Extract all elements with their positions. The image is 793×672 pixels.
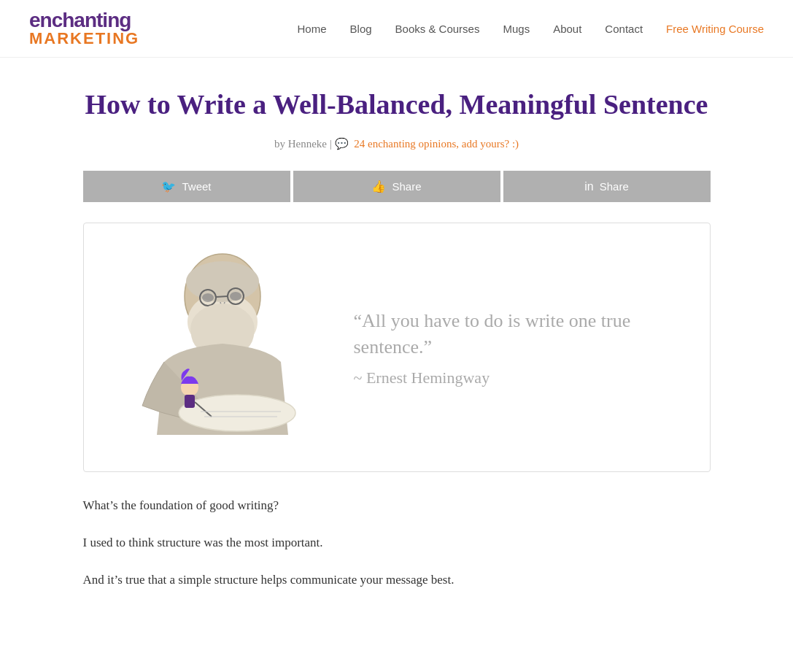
facebook-share-button[interactable]: 👍 Share xyxy=(293,171,500,202)
nav-books-courses[interactable]: Books & Courses xyxy=(395,23,480,35)
linkedin-icon: in xyxy=(584,180,593,193)
site-header: enchanting MARKETING Home Blog Books & C… xyxy=(0,0,793,58)
svg-point-4 xyxy=(230,292,241,301)
content-wrapper: How to Write a Well-Balanced, Meaningful… xyxy=(69,58,725,636)
featured-image: “All you have to do is write one true se… xyxy=(83,223,711,472)
svg-line-7 xyxy=(216,296,228,297)
nav-mugs[interactable]: Mugs xyxy=(503,23,530,35)
svg-point-3 xyxy=(202,293,214,302)
facebook-label: Share xyxy=(392,180,421,193)
svg-point-9 xyxy=(179,395,295,431)
hemingway-illustration xyxy=(120,245,325,449)
facebook-icon: 👍 xyxy=(371,179,386,193)
twitter-icon: 🐦 xyxy=(161,179,176,193)
meta-author: Henneke xyxy=(288,138,327,150)
quote-author: ~ Ernest Hemingway xyxy=(354,368,673,387)
article-title: How to Write a Well-Balanced, Meaningful… xyxy=(83,87,711,123)
linkedin-label: Share xyxy=(600,180,629,193)
site-logo[interactable]: enchanting MARKETING xyxy=(29,10,139,47)
comment-icon: 💬 xyxy=(335,138,349,150)
main-nav: Home Blog Books & Courses Mugs About Con… xyxy=(298,23,764,35)
body-paragraph-3: And it’s true that a simple structure he… xyxy=(83,570,711,591)
meta-by: by xyxy=(274,138,285,150)
body-paragraph-1: What’s the foundation of good writing? xyxy=(83,495,711,517)
nav-about[interactable]: About xyxy=(553,23,581,35)
logo-enchanting: enchanting xyxy=(29,10,139,31)
meta-separator: | xyxy=(330,138,335,150)
comments-link[interactable]: 24 enchanting opinions, add yours? :) xyxy=(354,138,519,150)
body-paragraph-2: I used to think structure was the most i… xyxy=(83,533,711,554)
logo-marketing: MARKETING xyxy=(29,31,139,47)
quote-text: “All you have to do is write one true se… xyxy=(354,308,673,361)
article-body: What’s the foundation of good writing? I… xyxy=(83,495,711,591)
nav-free-writing-course[interactable]: Free Writing Course xyxy=(666,23,764,35)
svg-rect-11 xyxy=(185,395,195,408)
nav-contact[interactable]: Contact xyxy=(605,23,643,35)
tweet-label: Tweet xyxy=(182,180,211,193)
quote-text-area: “All you have to do is write one true se… xyxy=(325,308,673,387)
nav-home[interactable]: Home xyxy=(298,23,327,35)
article-meta: by Henneke | 💬 24 enchanting opinions, a… xyxy=(83,137,711,150)
illustration-container: “All you have to do is write one true se… xyxy=(98,238,695,457)
nav-blog[interactable]: Blog xyxy=(350,23,372,35)
share-buttons: 🐦 Tweet 👍 Share in Share xyxy=(83,171,711,202)
tweet-button[interactable]: 🐦 Tweet xyxy=(83,171,290,202)
linkedin-share-button[interactable]: in Share xyxy=(503,171,711,202)
